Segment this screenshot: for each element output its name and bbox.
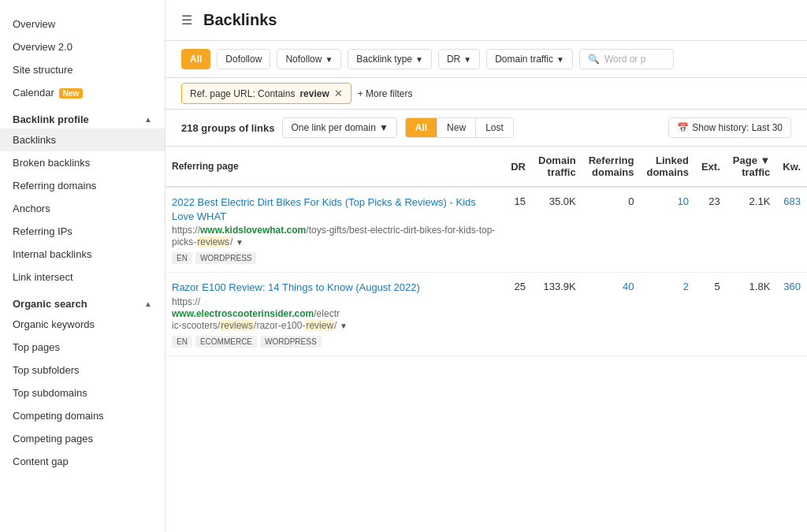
sidebar-item-top-subdomains[interactable]: Top subdomains xyxy=(0,381,165,404)
tag-en: EN xyxy=(172,336,192,348)
filters-bar: All Dofollow Nofollow ▼ Backlink type ▼ … xyxy=(165,41,807,78)
tags-row: ENECOMMERCEWORDPRESS xyxy=(172,336,498,348)
sidebar-item-overview[interactable]: Overview xyxy=(0,13,165,35)
sidebar-item-top-subfolders[interactable]: Top subfolders xyxy=(0,359,165,381)
col-linked-domains: Linkeddomains xyxy=(640,147,694,187)
linked-domains-value[interactable]: 10 xyxy=(640,187,694,273)
page-url: https://www.electroscooterinsider.com/el… xyxy=(172,296,340,331)
tab-all[interactable]: All xyxy=(406,118,437,137)
sidebar-item-internal-backlinks[interactable]: Internal backlinks xyxy=(0,243,165,266)
sidebar-item-referring-domains[interactable]: Referring domains xyxy=(0,174,165,197)
backlinks-table: Referring page DR Domaintraffic Referrin… xyxy=(165,147,807,356)
chevron-up-icon: ▲ xyxy=(144,299,152,308)
url-highlight: reviews xyxy=(220,320,254,331)
nofollow-arrow-icon: ▼ xyxy=(325,55,333,64)
sidebar-item-broken-backlinks[interactable]: Broken backlinks xyxy=(0,151,165,174)
sidebar-item-site-structure[interactable]: Site structure xyxy=(0,58,165,81)
chevron-up-icon: ▲ xyxy=(144,115,152,124)
page-title-link[interactable]: 2022 Best Electric Dirt Bikes For Kids (… xyxy=(172,195,498,224)
tab-new[interactable]: New xyxy=(437,118,476,137)
domain-traffic-value: 35.0K xyxy=(532,187,582,273)
col-page-traffic[interactable]: Page ▼traffic xyxy=(727,147,777,187)
filter-chip-row: Ref. page URL: Contains review ✕ + More … xyxy=(165,78,807,110)
dr-value: 25 xyxy=(504,273,532,355)
sidebar-item-top-pages[interactable]: Top pages xyxy=(0,336,165,359)
ext-value: 23 xyxy=(695,187,727,273)
kw-value[interactable]: 683 xyxy=(776,187,807,273)
sidebar-item-competing-pages[interactable]: Competing pages xyxy=(0,427,165,450)
chip-value: review xyxy=(299,88,329,99)
table-controls: 218 groups of links One link per domain … xyxy=(165,110,807,147)
tag-wordpress: WORDPRESS xyxy=(260,336,322,348)
all-filter-button[interactable]: All xyxy=(181,49,210,69)
url-domain: www.electroscooterinsider.com xyxy=(172,308,314,319)
section-label: Organic search xyxy=(13,298,87,310)
table-row: 2022 Best Electric Dirt Bikes For Kids (… xyxy=(165,187,807,273)
chip-close-icon[interactable]: ✕ xyxy=(334,87,343,99)
col-ext: Ext. xyxy=(695,147,727,187)
sidebar-item-link-intersect[interactable]: Link intersect xyxy=(0,266,165,288)
groups-count: 218 groups of links xyxy=(181,122,274,134)
tags-row: ENWORDPRESS xyxy=(172,252,498,264)
sidebar: OverviewOverview 2.0Site structureCalend… xyxy=(0,0,165,532)
calendar-icon: 📅 xyxy=(677,122,689,133)
col-kw: Kw. xyxy=(776,147,807,187)
ext-value: 5 xyxy=(695,273,727,355)
dr-filter-button[interactable]: DR ▼ xyxy=(438,49,480,69)
url-highlight: reviews xyxy=(196,236,230,247)
tag-ecommerce: ECOMMERCE xyxy=(195,336,257,348)
link-per-domain-dropdown[interactable]: One link per domain ▼ xyxy=(282,117,396,138)
page-traffic-value: 2.1K xyxy=(727,187,777,273)
sidebar-item-competing-domains[interactable]: Competing domains xyxy=(0,404,165,427)
sidebar-item-anchors[interactable]: Anchors xyxy=(0,197,165,220)
col-dr: DR xyxy=(504,147,532,187)
page-title-link[interactable]: Razor E100 Review: 14 Things to Know (Au… xyxy=(172,281,498,295)
ref-page-cell: 2022 Best Electric Dirt Bikes For Kids (… xyxy=(165,187,504,273)
dofollow-filter-button[interactable]: Dofollow xyxy=(217,49,270,69)
table-header-row: Referring page DR Domaintraffic Referrin… xyxy=(165,147,807,187)
domain-traffic-value: 133.9K xyxy=(532,273,582,355)
history-button[interactable]: 📅 Show history: Last 30 xyxy=(668,117,791,138)
main-content: ☰ Backlinks All Dofollow Nofollow ▼ Back… xyxy=(165,0,807,532)
url-dropdown-icon[interactable]: ▼ xyxy=(340,322,348,330)
page-header: ☰ Backlinks xyxy=(165,0,807,41)
backlink-type-arrow-icon: ▼ xyxy=(415,55,423,64)
search-icon: 🔍 xyxy=(588,54,600,65)
sidebar-item-referring-ips[interactable]: Referring IPs xyxy=(0,220,165,243)
nofollow-filter-button[interactable]: Nofollow ▼ xyxy=(277,49,341,69)
sidebar-section-backlink-profile: Backlink profile▲ xyxy=(0,104,165,128)
backlink-type-filter-button[interactable]: Backlink type ▼ xyxy=(348,49,432,69)
col-referring-page: Referring page xyxy=(165,147,504,187)
sidebar-item-organic-keywords[interactable]: Organic keywords xyxy=(0,313,165,336)
col-referring-domains: Referringdomains xyxy=(582,147,641,187)
sidebar-item-backlinks[interactable]: Backlinks xyxy=(0,128,165,151)
table-row: Razor E100 Review: 14 Things to Know (Au… xyxy=(165,273,807,355)
url-domain: www.kidslovewhat.com xyxy=(200,225,306,236)
search-box[interactable]: 🔍 Word or p xyxy=(579,49,674,69)
filter-chip: Ref. page URL: Contains review ✕ xyxy=(181,83,351,104)
linked-domains-value[interactable]: 2 xyxy=(640,273,694,355)
sidebar-item-overview-2.0[interactable]: Overview 2.0 xyxy=(0,35,165,58)
page-url: https://www.kidslovewhat.com/toys-gifts/… xyxy=(172,225,495,247)
tab-group: AllNewLost xyxy=(405,117,514,138)
domain-traffic-filter-button[interactable]: Domain traffic ▼ xyxy=(486,49,573,69)
referring-domains-value[interactable]: 40 xyxy=(582,273,641,355)
tag-en: EN xyxy=(172,252,192,264)
kw-value[interactable]: 360 xyxy=(776,273,807,355)
more-filters-button[interactable]: + More filters xyxy=(358,88,413,99)
hamburger-icon[interactable]: ☰ xyxy=(181,13,192,28)
sidebar-item-calendar[interactable]: CalendarNew xyxy=(0,81,165,104)
url-highlight2: review xyxy=(305,320,334,331)
new-badge: New xyxy=(59,88,84,99)
referring-domains-value: 0 xyxy=(582,187,641,273)
url-dropdown-icon[interactable]: ▼ xyxy=(236,238,244,247)
tab-lost[interactable]: Lost xyxy=(476,118,513,137)
backlinks-table-wrapper: Referring page DR Domaintraffic Referrin… xyxy=(165,147,807,532)
chip-text: Ref. page URL: Contains xyxy=(190,88,295,99)
sidebar-item-content-gap[interactable]: Content gap xyxy=(0,450,165,473)
dr-value: 15 xyxy=(504,187,532,273)
col-domain-traffic: Domaintraffic xyxy=(532,147,582,187)
dr-arrow-icon: ▼ xyxy=(463,55,471,64)
page-traffic-value: 1.8K xyxy=(727,273,777,355)
sidebar-section-organic-search: Organic search▲ xyxy=(0,288,165,313)
